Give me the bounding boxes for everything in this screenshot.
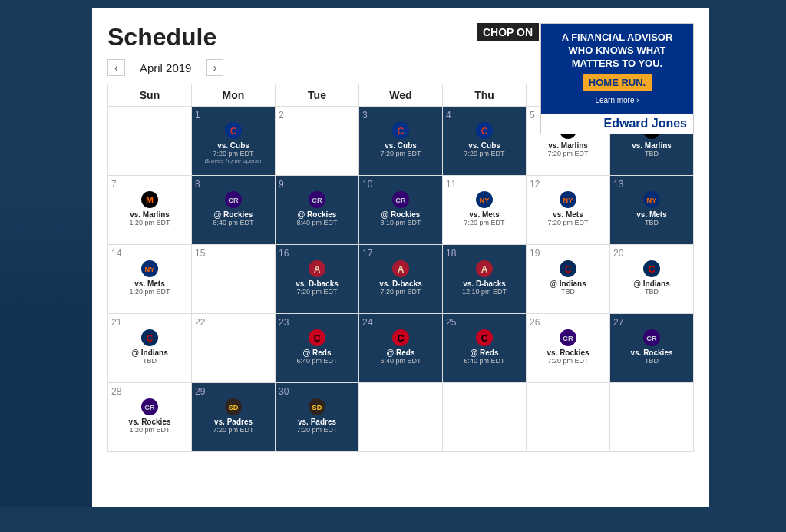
day-number: 12	[530, 179, 606, 190]
game-entry[interactable]: NY vs. Mets7:20 pm EDT	[446, 191, 523, 226]
calendar-cell[interactable]: 4 C vs. Cubs7:20 pm EDT	[443, 107, 527, 176]
game-entry[interactable]: C @ IndiansTBD	[613, 260, 690, 296]
game-entry[interactable]: A vs. D-backs7:20 pm EDT	[279, 260, 355, 296]
svg-text:NY: NY	[145, 266, 156, 273]
game-entry[interactable]: CR vs. Rockies1:20 pm EDT	[111, 398, 188, 434]
game-entry[interactable]: C @ IndiansTBD	[111, 329, 188, 365]
calendar-cell[interactable]: 12 NY vs. Mets7:20 pm EDT	[527, 176, 610, 245]
day-number: 9	[279, 179, 355, 190]
calendar-cell[interactable]: 15	[192, 245, 276, 314]
game-entry[interactable]: C @ IndiansTBD	[530, 260, 606, 296]
game-time: TBD	[530, 288, 606, 296]
game-entry[interactable]: CR @ Rockies3:10 pm EDT	[362, 191, 439, 226]
calendar-cell[interactable]: 19 C @ IndiansTBD	[527, 245, 610, 314]
opponent: @ Indians	[111, 349, 188, 357]
game-entry[interactable]: M vs. Marlins1:20 pm EDT	[111, 191, 188, 226]
calendar-cell[interactable]: 9 CR @ Rockies8:40 pm EDT	[276, 176, 359, 245]
day-number: 15	[195, 248, 272, 259]
svg-text:C: C	[314, 333, 321, 344]
game-entry[interactable]: SD vs. Padres7:20 pm EDT	[279, 398, 355, 434]
opponent: vs. Padres	[195, 418, 272, 426]
opponent: vs. Mets	[446, 210, 523, 219]
calendar-cell[interactable]: 2	[276, 107, 359, 176]
day-number: 14	[111, 248, 188, 259]
ad-banner: A FINANCIAL ADVISOR WHO KNOWS WHAT MATTE…	[540, 23, 694, 134]
opponent: vs. Cubs	[195, 141, 272, 150]
team-logo: CR	[613, 329, 690, 349]
prev-month-button[interactable]: ‹	[107, 59, 125, 76]
calendar-cell[interactable]: 21 C @ IndiansTBD	[108, 314, 192, 383]
game-entry[interactable]: CR vs. Rockies7:20 pm EDT	[530, 329, 606, 365]
ad-cta: HOME RUN.	[583, 74, 652, 91]
next-month-button[interactable]: ›	[206, 59, 224, 76]
day-header-mon: Mon	[192, 84, 276, 107]
day-number: 16	[279, 248, 355, 259]
calendar-cell[interactable]: 13 NY vs. MetsTBD	[610, 176, 694, 245]
calendar-cell[interactable]: 26 CR vs. Rockies7:20 pm EDT	[527, 314, 610, 383]
team-logo: C	[279, 329, 355, 349]
game-entry[interactable]: NY vs. MetsTBD	[613, 191, 690, 226]
calendar-cell[interactable]: 24 C @ Reds6:40 pm EDT	[359, 314, 443, 383]
calendar-cell[interactable]: 16 A vs. D-backs7:20 pm EDT	[276, 245, 359, 314]
calendar-cell[interactable]: 18 A vs. D-backs12:10 pm EDT	[443, 245, 527, 314]
team-logo: A	[446, 260, 523, 279]
game-time: 1:20 pm EDT	[111, 426, 188, 434]
calendar-cell[interactable]: 22	[192, 314, 276, 383]
game-entry[interactable]: A vs. D-backs7:20 pm EDT	[362, 260, 439, 296]
game-entry[interactable]: SD vs. Padres7:20 pm EDT	[195, 398, 272, 434]
calendar-cell[interactable]: 17 A vs. D-backs7:20 pm EDT	[359, 245, 443, 314]
calendar-cell	[359, 383, 443, 452]
day-number: 13	[613, 179, 690, 190]
day-number: 11	[446, 179, 523, 190]
calendar-cell[interactable]: 3 C vs. Cubs7:20 pm EDT	[359, 107, 443, 176]
team-logo: C	[195, 122, 272, 141]
team-logo: C	[362, 329, 439, 349]
opponent: @ Reds	[446, 349, 523, 357]
day-number: 22	[195, 317, 272, 328]
day-number: 19	[530, 248, 606, 259]
game-entry[interactable]: CR @ Rockies8:40 pm EDT	[195, 191, 272, 226]
game-time: 7:20 pm EDT	[362, 288, 439, 296]
game-entry[interactable]: CR @ Rockies8:40 pm EDT	[279, 191, 355, 226]
game-entry[interactable]: C @ Reds6:40 pm EDT	[446, 329, 523, 365]
game-entry[interactable]: C @ Reds6:40 pm EDT	[362, 329, 439, 365]
game-entry[interactable]: CR vs. RockiesTBD	[613, 329, 690, 365]
calendar-cell[interactable]: 28 CR vs. Rockies1:20 pm EDT	[108, 383, 192, 452]
game-time: 1:20 pm EDT	[111, 219, 188, 226]
day-number: 23	[279, 317, 355, 328]
game-entry[interactable]: NY vs. Mets7:20 pm EDT	[530, 191, 606, 226]
team-logo: C	[613, 260, 690, 279]
svg-text:C: C	[230, 126, 237, 137]
game-entry[interactable]: C vs. Cubs7:20 pm EDTBraves home opener	[195, 122, 272, 164]
calendar-cell[interactable]: 20 C @ IndiansTBD	[610, 245, 694, 314]
game-entry[interactable]: C @ Reds6:40 pm EDT	[279, 329, 355, 365]
game-entry[interactable]: A vs. D-backs12:10 pm EDT	[446, 260, 523, 296]
calendar-cell[interactable]: 30 SD vs. Padres7:20 pm EDT	[276, 383, 359, 452]
team-logo: C	[446, 122, 523, 141]
calendar-cell[interactable]: 23 C @ Reds6:40 pm EDT	[276, 314, 359, 383]
calendar-cell[interactable]: 29 SD vs. Padres7:20 pm EDT	[192, 383, 276, 452]
calendar-cell	[443, 383, 527, 452]
calendar-cell[interactable]: 25 C @ Reds6:40 pm EDT	[443, 314, 527, 383]
calendar-cell[interactable]: 11 NY vs. Mets7:20 pm EDT	[443, 176, 527, 245]
team-logo: SD	[279, 398, 355, 418]
game-entry[interactable]: NY vs. Mets1:20 pm EDT	[111, 260, 188, 296]
calendar-cell	[527, 383, 610, 452]
game-entry[interactable]: C vs. Cubs7:20 pm EDT	[446, 122, 523, 157]
opponent: vs. Marlins	[530, 141, 606, 150]
game-time: 8:40 pm EDT	[195, 219, 272, 226]
opponent: vs. Rockies	[613, 349, 690, 357]
calendar-cell[interactable]: 7 M vs. Marlins1:20 pm EDT	[108, 176, 192, 245]
opponent: vs. Rockies	[530, 349, 606, 357]
game-time: 7:20 pm EDT	[279, 288, 355, 296]
calendar-cell[interactable]: 14 NY vs. Mets1:20 pm EDT	[108, 245, 192, 314]
calendar-cell[interactable]: 8 CR @ Rockies8:40 pm EDT	[192, 176, 276, 245]
game-time: 6:40 pm EDT	[362, 357, 439, 365]
opponent: vs. Cubs	[362, 141, 439, 150]
game-entry[interactable]: C vs. Cubs7:20 pm EDT	[362, 122, 439, 157]
calendar-cell[interactable]: 10 CR @ Rockies3:10 pm EDT	[359, 176, 443, 245]
opponent: vs. D-backs	[279, 279, 355, 288]
opponent: @ Reds	[279, 349, 355, 357]
calendar-cell[interactable]: 1 C vs. Cubs7:20 pm EDTBraves home opene…	[192, 107, 276, 176]
calendar-cell[interactable]: 27 CR vs. RockiesTBD	[610, 314, 694, 383]
